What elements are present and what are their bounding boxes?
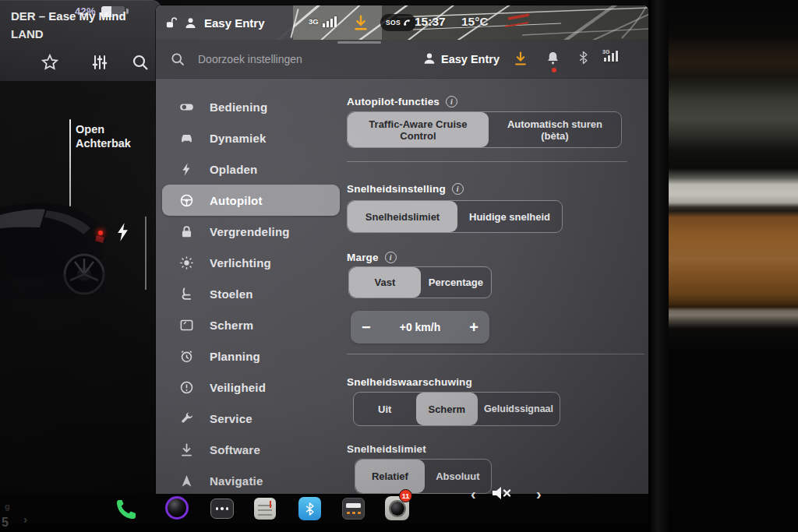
sidebar-item-planning[interactable]: Planning xyxy=(162,340,340,372)
divider xyxy=(347,161,627,162)
media-app-icon[interactable] xyxy=(165,496,189,520)
open-trunk-button[interactable]: Open Achterbak xyxy=(76,122,131,150)
stepper-plus-button[interactable]: + xyxy=(469,319,478,335)
section-title-marge: Marge i xyxy=(347,252,397,263)
car-icon xyxy=(179,131,194,146)
screen-bezel xyxy=(648,0,669,532)
info-icon[interactable]: i xyxy=(452,183,464,195)
map-bar: Easy Entry 3G SOS 15:37 15°C xyxy=(156,5,648,40)
segmented-marge: Vast Percentage xyxy=(348,266,492,298)
radio-app-icon[interactable] xyxy=(254,498,276,520)
segment-option-huidige-snelheid[interactable]: Huidige snelheid xyxy=(457,201,562,232)
sos-phone-icon xyxy=(403,19,411,26)
bluetooth-icon[interactable] xyxy=(577,50,589,65)
volume-prev-chevron[interactable]: ‹ xyxy=(471,486,476,502)
segment-option-vast[interactable]: Vast xyxy=(349,267,421,298)
download-icon[interactable] xyxy=(513,50,528,67)
lock-icon xyxy=(179,224,194,239)
sidebar-item-scherm[interactable]: Scherm xyxy=(162,309,340,340)
volume-next-chevron[interactable]: › xyxy=(536,486,542,502)
download-icon[interactable] xyxy=(352,13,369,32)
toggle-icon xyxy=(179,100,194,115)
sidebar-item-vergrendeling[interactable]: Vergrendeling xyxy=(162,216,340,247)
notification-dot xyxy=(552,68,556,72)
segmented-speed-setting: Snelheidslimiet Huidige snelheid xyxy=(347,200,563,233)
stage: 42% Open Achterbak xyxy=(0,0,798,532)
faint-artifact-digit: 5 xyxy=(2,516,9,530)
app-dock: 11 ‹ › xyxy=(0,494,648,523)
bell-icon[interactable] xyxy=(546,50,560,66)
segmented-autopilot-features: Traffic-Aware Cruise Control Automatisch… xyxy=(347,111,622,148)
temperature-display[interactable]: 15°C xyxy=(461,15,489,29)
battery-cap xyxy=(126,9,129,14)
sidebar-item-software[interactable]: Software xyxy=(162,434,340,465)
car-render xyxy=(0,196,140,302)
download-icon xyxy=(179,442,194,457)
search-bar: Doorzoek instellingen Easy Entry 3G xyxy=(156,40,648,79)
faint-artifact-chevron: › xyxy=(23,513,27,526)
calendar-app-icon[interactable] xyxy=(342,498,365,520)
lock-open-icon[interactable] xyxy=(165,16,177,30)
section-title-snelheidswaarschuwing: Snelheidswaarschuwing xyxy=(347,376,472,388)
segment-option-percentage[interactable]: Percentage xyxy=(421,267,491,298)
settings-sidebar: Bediening Dynamiek Opladen Autopilot xyxy=(162,91,340,494)
sidebar-item-verlichting[interactable]: Verlichting xyxy=(162,247,340,278)
sidebar-item-bediening[interactable]: Bediening xyxy=(162,91,340,122)
bluetooth-app-icon[interactable] xyxy=(298,497,321,520)
sidebar-item-autopilot[interactable]: Autopilot xyxy=(162,185,340,216)
section-title-snelheidsinstelling: Snelheidsinstelling i xyxy=(347,183,464,195)
segment-option-tacc[interactable]: Traffic-Aware Cruise Control xyxy=(348,112,489,147)
sidebar-item-dynamiek[interactable]: Dynamiek xyxy=(162,122,340,153)
segment-option-relatief[interactable]: Relatief xyxy=(355,460,425,493)
camera-badge: 11 xyxy=(399,489,412,502)
segmented-speed-warning: Uit Scherm Geluidssignaal xyxy=(353,392,560,426)
sidebar-item-opladen[interactable]: Opladen xyxy=(162,153,340,185)
sidebar-item-veiligheid[interactable]: Veiligheid xyxy=(162,372,340,403)
volume-mute-icon[interactable] xyxy=(491,483,513,503)
display-icon xyxy=(179,318,194,333)
info-icon[interactable]: i xyxy=(446,96,457,107)
alarm-clock-icon xyxy=(179,349,194,364)
wrench-icon xyxy=(179,411,194,426)
settings-body: Bediening Dynamiek Opladen Autopilot xyxy=(156,79,648,494)
segment-option-scherm[interactable]: Scherm xyxy=(416,393,478,425)
segment-option-autosteer[interactable]: Automatisch sturen (bèta) xyxy=(489,112,621,147)
profile-chip[interactable]: Easy Entry xyxy=(156,5,293,40)
profile-name: Easy Entry xyxy=(204,16,265,30)
search-icon xyxy=(170,51,185,67)
favorite-star-icon[interactable] xyxy=(41,53,59,72)
alert-circle-icon xyxy=(179,380,194,395)
trunk-pointer-line xyxy=(69,119,71,206)
track-subtitle: LAND xyxy=(11,27,44,41)
light-icon xyxy=(179,255,194,270)
sos-badge[interactable]: SOS xyxy=(380,14,416,31)
faint-artifact-char: g xyxy=(5,502,10,511)
profile-name[interactable]: Easy Entry xyxy=(441,53,500,65)
scroll-handle[interactable] xyxy=(337,41,381,44)
media-card: DER – Ease My Mind LAND xyxy=(0,0,162,81)
search-input[interactable]: Doorzoek instellingen xyxy=(198,53,302,65)
settings-panel: Easy Entry 3G SOS 15:37 15°C xyxy=(156,5,648,494)
sidebar-item-stoelen[interactable]: Stoelen xyxy=(162,278,340,309)
segment-option-snelheidslimiet[interactable]: Snelheidslimiet xyxy=(348,201,457,232)
segment-option-uit[interactable]: Uit xyxy=(354,393,416,425)
user-icon[interactable] xyxy=(422,51,436,65)
sidebar-item-navigatie[interactable]: Navigatie xyxy=(162,465,340,494)
charge-port-line xyxy=(145,217,147,290)
media-search-icon[interactable] xyxy=(131,53,150,72)
track-title: DER – Ease My Mind xyxy=(11,9,126,23)
charge-bolt-icon[interactable] xyxy=(116,222,129,242)
sidebar-item-service[interactable]: Service xyxy=(162,403,340,434)
all-apps-icon[interactable] xyxy=(210,499,234,519)
phone-app-icon[interactable] xyxy=(114,497,139,522)
segment-option-absoluut[interactable]: Absoluut xyxy=(425,460,491,493)
equalizer-icon[interactable] xyxy=(90,53,109,72)
steering-wheel-icon xyxy=(179,193,194,208)
car-status-area: 42% Open Achterbak xyxy=(0,0,156,523)
info-icon[interactable]: i xyxy=(385,252,397,263)
segment-option-geluidssignaal[interactable]: Geluidssignaal xyxy=(478,393,560,425)
charge-port-indicator xyxy=(98,231,103,235)
stepper-minus-button[interactable]: − xyxy=(362,319,371,335)
navigation-icon xyxy=(179,474,194,488)
section-title-autopilot-functies: Autopilot-functies i xyxy=(347,96,457,107)
